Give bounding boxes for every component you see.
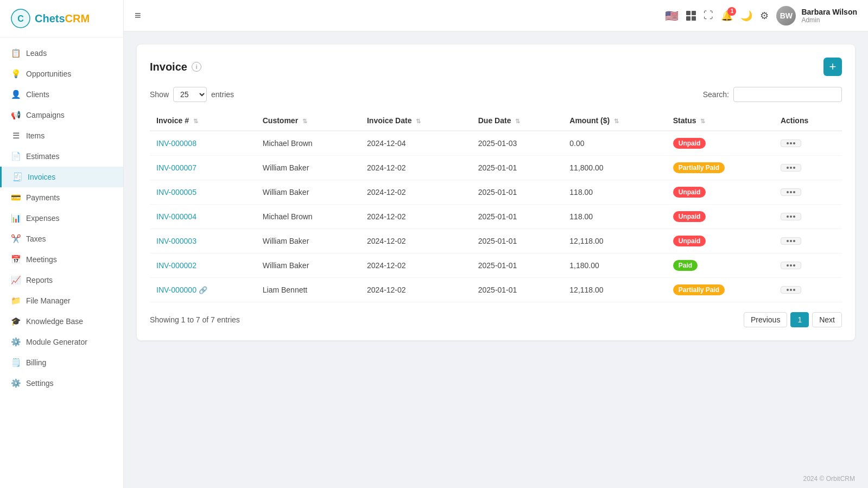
entries-select[interactable]: 102550100 — [173, 87, 207, 102]
dot-icon — [790, 167, 792, 169]
sidebar-item-leads[interactable]: 📋 Leads — [0, 43, 123, 64]
invoice-link[interactable]: INV-000008 — [156, 139, 197, 148]
cell-status: Partially Paid — [667, 156, 774, 180]
dot-icon — [793, 191, 795, 193]
cell-status: Unpaid — [667, 229, 774, 253]
sidebar-item-settings[interactable]: ⚙️ Settings — [0, 373, 123, 394]
cell-customer: Michael Brown — [256, 131, 360, 156]
info-icon[interactable]: i — [192, 62, 201, 72]
status-badge: Paid — [673, 260, 698, 271]
logo-text: ChetsCRM — [35, 12, 90, 25]
cell-invoice-num: INV-000002 — [150, 253, 256, 278]
invoice-link[interactable]: INV-000003 — [156, 237, 197, 245]
show-label: Show — [150, 90, 169, 99]
sidebar-item-label: Estimates — [26, 152, 59, 161]
cell-amount: 11,800.00 — [563, 156, 666, 180]
invoice-link[interactable]: INV-000002 — [156, 261, 197, 270]
table-header-row: Invoice # ⇅ Customer ⇅ Invoice Date ⇅ Du… — [150, 111, 842, 131]
cell-status: Unpaid — [667, 131, 774, 156]
sidebar-item-meetings[interactable]: 📅 Meetings — [0, 249, 123, 270]
sidebar-item-clients[interactable]: 👤 Clients — [0, 84, 123, 105]
status-badge: Unpaid — [673, 187, 706, 198]
cell-due-date: 2025-01-01 — [472, 180, 563, 205]
us-flag-icon: 🇺🇸 — [665, 9, 679, 22]
cell-amount: 118.00 — [563, 205, 666, 229]
cell-actions — [774, 253, 842, 278]
table-header: Invoice # ⇅ Customer ⇅ Invoice Date ⇅ Du… — [150, 111, 842, 131]
col-actions: Actions — [774, 111, 842, 131]
sidebar-item-invoices[interactable]: 🧾 Invoices — [0, 167, 123, 187]
cell-actions — [774, 131, 842, 156]
grid-apps-button[interactable] — [686, 11, 696, 21]
row-actions-button[interactable] — [781, 286, 801, 294]
cell-amount: 0.00 — [563, 131, 666, 156]
campaigns-icon: 📢 — [11, 110, 21, 120]
topbar-right: 🇺🇸 ⛶ 🔔 1 🌙 — [665, 6, 857, 26]
flag-button[interactable]: 🇺🇸 — [665, 9, 679, 22]
sidebar-item-items[interactable]: ☰ Items — [0, 125, 123, 146]
cell-amount: 12,118.00 — [563, 278, 666, 302]
page-1-button[interactable]: 1 — [790, 312, 809, 327]
menu-toggle-button[interactable]: ≡ — [135, 9, 141, 22]
cell-status: Unpaid — [667, 180, 774, 205]
status-badge: Partially Paid — [673, 284, 725, 295]
dark-mode-button[interactable]: 🌙 — [740, 10, 752, 22]
table-row: INV-000004 Michael Brown 2024-12-02 2025… — [150, 205, 842, 229]
search-input[interactable] — [733, 87, 842, 102]
sidebar-item-label: Invoices — [28, 173, 55, 181]
dot-icon — [787, 289, 789, 291]
settings-button[interactable]: ⚙ — [760, 10, 769, 22]
avatar-initials: BW — [776, 6, 796, 26]
sidebar-item-file-manager[interactable]: 📁 File Manager — [0, 290, 123, 311]
invoice-table: Invoice # ⇅ Customer ⇅ Invoice Date ⇅ Du… — [150, 111, 842, 302]
sort-icon: ⇅ — [515, 118, 520, 124]
sidebar-item-campaigns[interactable]: 📢 Campaigns — [0, 105, 123, 125]
sidebar-item-opportunities[interactable]: 💡 Opportunities — [0, 64, 123, 84]
row-actions-button[interactable] — [781, 237, 801, 245]
fullscreen-button[interactable]: ⛶ — [704, 10, 713, 21]
invoice-link[interactable]: INV-000000 — [156, 286, 197, 294]
sidebar-item-label: Items — [26, 131, 45, 140]
sidebar: C ChetsCRM 📋 Leads 💡 Opportunities 👤 Cli… — [0, 0, 124, 488]
invoice-link[interactable]: INV-000004 — [156, 212, 197, 221]
table-row: INV-000008 Michael Brown 2024-12-04 2025… — [150, 131, 842, 156]
module-generator-icon: ⚙️ — [11, 337, 21, 347]
previous-button[interactable]: Previous — [744, 312, 787, 327]
row-actions-button[interactable] — [781, 140, 801, 147]
invoice-link[interactable]: INV-000005 — [156, 188, 197, 197]
sidebar-item-label: Clients — [26, 90, 49, 99]
row-actions-button[interactable] — [781, 164, 801, 172]
sidebar-item-taxes[interactable]: ✂️ Taxes — [0, 229, 123, 249]
table-row: INV-000002 William Baker 2024-12-02 2025… — [150, 253, 842, 278]
user-role: Admin — [801, 16, 857, 24]
sidebar-item-estimates[interactable]: 📄 Estimates — [0, 146, 123, 167]
cell-invoice-date: 2024-12-02 — [360, 229, 472, 253]
cell-invoice-date: 2024-12-02 — [360, 278, 472, 302]
sidebar-item-module-generator[interactable]: ⚙️ Module Generator — [0, 332, 123, 352]
status-badge: Unpaid — [673, 138, 706, 149]
cell-actions — [774, 180, 842, 205]
row-actions-button[interactable] — [781, 188, 801, 196]
sidebar-item-knowledge-base[interactable]: 🎓 Knowledge Base — [0, 311, 123, 332]
expenses-icon: 📊 — [11, 213, 21, 223]
add-invoice-button[interactable]: + — [823, 58, 842, 76]
sidebar-item-payments[interactable]: 💳 Payments — [0, 187, 123, 208]
sidebar-item-billing[interactable]: 🗒️ Billing — [0, 352, 123, 373]
row-actions-button[interactable] — [781, 213, 801, 220]
dot-icon — [790, 216, 792, 218]
cell-due-date: 2025-01-01 — [472, 278, 563, 302]
invoice-link[interactable]: INV-000007 — [156, 163, 197, 172]
clients-icon: 👤 — [11, 90, 21, 99]
cell-customer: William Baker — [256, 253, 360, 278]
sidebar-logo: C ChetsCRM — [0, 0, 123, 37]
col-due-date: Due Date ⇅ — [472, 111, 563, 131]
sidebar-item-expenses[interactable]: 📊 Expenses — [0, 208, 123, 229]
sidebar-item-reports[interactable]: 📈 Reports — [0, 270, 123, 290]
fullscreen-icon: ⛶ — [704, 10, 713, 21]
user-name: Barbara Wilson — [801, 8, 857, 16]
user-profile[interactable]: BW Barbara Wilson Admin — [776, 6, 857, 26]
sidebar-nav: 📋 Leads 💡 Opportunities 👤 Clients 📢 Camp… — [0, 37, 123, 488]
cell-invoice-num: INV-000005 — [150, 180, 256, 205]
next-button[interactable]: Next — [812, 312, 842, 327]
row-actions-button[interactable] — [781, 262, 801, 269]
